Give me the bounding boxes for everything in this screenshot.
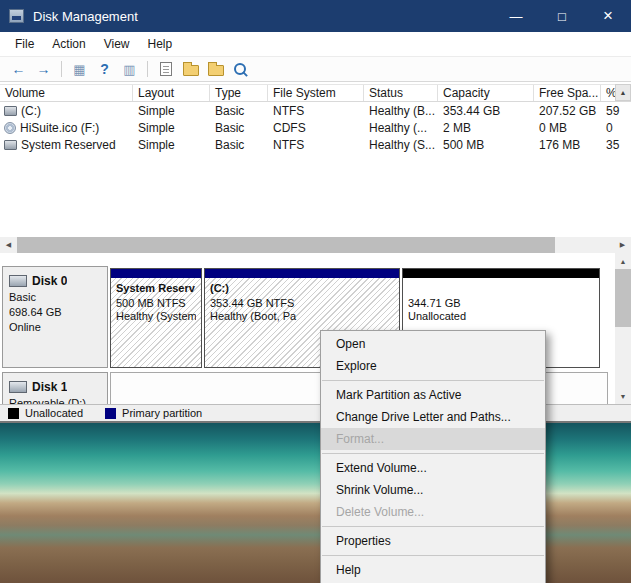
vertical-scrollbar-thumb[interactable] [615,269,631,327]
menu-item-mark-partition-active[interactable]: Mark Partition as Active [321,384,545,406]
menubar: File Action View Help [0,32,631,56]
menu-item-shrink-volume[interactable]: Shrink Volume... [321,479,545,501]
primary-partition-strip [205,269,399,278]
titlebar: Disk Management — □ × [0,0,631,32]
action-pane-icon[interactable]: ▥ [118,59,141,80]
column-free-space[interactable]: Free Spa... [534,85,601,101]
cd-icon [4,122,16,134]
scroll-up-arrow[interactable]: ▲ [615,253,631,269]
help-icon[interactable]: ? [93,59,116,80]
menu-item-extend-volume[interactable]: Extend Volume... [321,457,545,479]
toolbar-separator [147,61,148,77]
vertical-scrollbar[interactable]: ▲ ▼ [615,253,631,404]
menu-separator [322,380,544,381]
menu-file[interactable]: File [6,34,43,54]
menu-separator [322,526,544,527]
unallocated-swatch [8,408,19,419]
legend-primary-partition: Primary partition [105,407,202,419]
primary-partition-swatch [105,408,116,419]
scroll-up-arrow[interactable]: ▲ [615,84,631,101]
partition-system-reserved[interactable]: System Reserv 500 MB NTFS Healthy (Syste… [110,268,202,368]
scroll-left-arrow[interactable]: ◀ [0,237,17,253]
menu-separator [322,555,544,556]
primary-partition-strip [111,269,201,278]
menu-separator [322,453,544,454]
menu-help[interactable]: Help [139,34,182,54]
disk-management-icon [9,9,24,23]
close-button[interactable]: × [585,0,631,32]
console-tree-icon[interactable]: ▦ [68,59,91,80]
volume-list: (C:) Simple Basic NTFS Healthy (B... 353… [0,102,631,153]
menu-item-open[interactable]: Open [321,333,545,355]
disk-icon [9,275,27,287]
disk0-kind: Basic [9,291,101,303]
desktop: Disk Management — □ × File Action View H… [0,0,631,583]
legend-unallocated: Unallocated [8,407,83,419]
menu-item-properties[interactable]: Properties [321,530,545,552]
disk1-header[interactable]: Disk 1 Removable (D:) [2,372,108,404]
table-row[interactable]: (C:) Simple Basic NTFS Healthy (B... 353… [0,102,631,119]
column-type[interactable]: Type [210,85,268,101]
disk0-status: Online [9,321,101,333]
search-icon[interactable] [229,59,252,80]
toolbar: ← → ▦ ? ▥ [0,56,631,82]
toolbar-separator [61,61,62,77]
menu-item-format: Format... [321,428,545,450]
menu-item-delete-volume: Delete Volume... [321,501,545,523]
column-volume[interactable]: Volume [0,85,133,101]
minimize-button[interactable]: — [493,0,539,32]
menu-item-help[interactable]: Help [321,559,545,581]
context-menu: Open Explore Mark Partition as Active Ch… [320,330,546,583]
scroll-right-arrow[interactable]: ▶ [614,237,631,253]
column-layout[interactable]: Layout [133,85,210,101]
column-capacity[interactable]: Capacity [438,85,534,101]
drive-icon [4,140,17,150]
disk-icon [9,381,27,393]
disk0-header[interactable]: Disk 0 Basic 698.64 GB Online [2,266,108,368]
scroll-down-arrow[interactable]: ▼ [615,388,631,404]
menu-view[interactable]: View [95,34,139,54]
column-status[interactable]: Status [364,85,438,101]
menu-item-change-drive-letter[interactable]: Change Drive Letter and Paths... [321,406,545,428]
menu-action[interactable]: Action [43,34,94,54]
forward-icon[interactable]: → [32,59,55,80]
export-list-icon[interactable] [154,59,177,80]
disk1-kind: Removable (D:) [9,397,101,404]
column-file-system[interactable]: File System [268,85,364,101]
window-title: Disk Management [33,9,138,24]
folders-icon[interactable] [204,59,227,80]
window-controls: — □ × [493,0,631,32]
unallocated-strip [403,269,599,278]
table-row[interactable]: System Reserved Simple Basic NTFS Health… [0,136,631,153]
drive-icon [4,106,17,116]
volume-list-header: Volume Layout Type File System Status Ca… [0,84,631,102]
back-icon[interactable]: ← [7,59,30,80]
horizontal-scrollbar[interactable]: ◀ ▶ [0,237,631,253]
parent-folder-icon[interactable] [179,59,202,80]
maximize-button[interactable]: □ [539,0,585,32]
horizontal-scrollbar-thumb[interactable] [17,237,555,253]
disk0-size: 698.64 GB [9,306,101,318]
table-row[interactable]: HiSuite.ico (F:) Simple Basic CDFS Healt… [0,119,631,136]
menu-item-explore[interactable]: Explore [321,355,545,377]
